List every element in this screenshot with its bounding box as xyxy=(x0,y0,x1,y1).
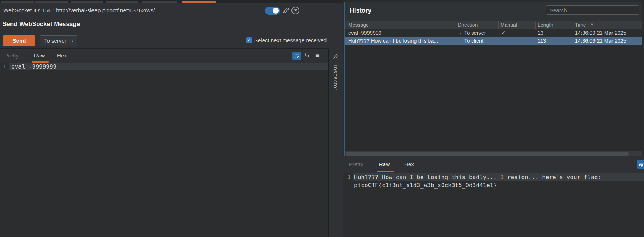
direction-arrow-icon: → xyxy=(457,29,462,37)
workspace-tab[interactable] xyxy=(106,1,138,3)
word-wrap-toggle-icon[interactable] xyxy=(292,52,301,60)
help-icon[interactable]: ? xyxy=(291,7,299,14)
word-wrap-toggle-icon[interactable] xyxy=(637,160,644,169)
select-next-message-checkbox[interactable]: ✓ xyxy=(246,37,252,43)
current-line-highlight xyxy=(9,63,328,70)
gutter-separator xyxy=(9,63,9,237)
message-line-1[interactable]: Huh???? How can I be losing this badly..… xyxy=(354,173,601,181)
horizontal-scrollbar[interactable] xyxy=(345,151,642,156)
chevron-down-icon: ∨ xyxy=(71,36,74,46)
cell-time: 14:36:09 21 Mar 2025 xyxy=(575,37,626,45)
column-separator[interactable] xyxy=(572,21,572,29)
request-editor[interactable]: 1 eval -9999999 xyxy=(0,63,328,237)
cell-length: 113 xyxy=(538,37,546,45)
tab-hex[interactable]: Hex xyxy=(404,156,414,172)
history-panel: History Message Direction Manual Length … xyxy=(343,0,644,237)
message-line-2-flag[interactable]: picoCTF{c1i3nt_s1d3_w3b_s0ck3t5_0d3d41e1… xyxy=(354,181,497,189)
column-header-length[interactable]: Length xyxy=(538,21,553,29)
history-row-1[interactable]: eval -9999999 → To server ✓ 13 14:36:09 … xyxy=(345,29,642,37)
send-websocket-message-heading: Send WebSocket Message xyxy=(3,21,80,28)
connection-toggle[interactable] xyxy=(265,7,280,15)
column-separator[interactable] xyxy=(535,21,536,29)
search-input[interactable] xyxy=(546,5,639,15)
cell-direction: To client xyxy=(464,37,483,45)
show-newlines-button[interactable]: \n xyxy=(305,49,309,63)
column-header-message[interactable]: Message xyxy=(348,21,369,29)
tab-raw[interactable]: Raw xyxy=(379,156,390,172)
scrollbar-thumb[interactable] xyxy=(346,152,629,156)
direction-dropdown-value: To server xyxy=(44,36,67,46)
workspace-tab[interactable] xyxy=(35,1,68,3)
editor-menu-icon[interactable]: ≡ xyxy=(315,49,320,62)
cell-time: 14:36:09 21 Mar 2025 xyxy=(575,29,626,37)
workspace-tab[interactable] xyxy=(71,1,103,3)
line-number: 1 xyxy=(343,173,351,181)
column-header-direction[interactable]: Direction xyxy=(458,21,478,29)
select-next-message-label[interactable]: Select next message received xyxy=(254,37,327,43)
active-tab-underline xyxy=(377,171,394,172)
gutter-separator xyxy=(353,173,353,237)
send-button[interactable]: Send xyxy=(3,35,35,46)
toggle-knob xyxy=(273,8,279,14)
cell-length: 13 xyxy=(538,29,543,37)
history-title: History xyxy=(350,7,371,14)
column-separator[interactable] xyxy=(455,21,455,29)
workspace-tab[interactable] xyxy=(1,1,34,3)
burp-websocket-repeater: WebSocket ID: 156 : http://verbal-sleep.… xyxy=(0,0,644,237)
tab-pretty[interactable]: Pretty xyxy=(4,49,18,63)
request-editor-tabbar: Pretty Raw Hex \n ≡ xyxy=(0,48,328,63)
inspector-icon xyxy=(332,53,340,61)
line-number: 1 xyxy=(0,63,6,70)
websocket-id-bar: WebSocket ID: 156 : http://verbal-sleep.… xyxy=(0,4,343,17)
workspace-tab-active[interactable] xyxy=(182,1,216,3)
column-separator[interactable] xyxy=(498,21,499,29)
cell-direction: To server xyxy=(464,29,486,37)
column-header-time[interactable]: Time xyxy=(575,21,586,29)
inspector-section-divider xyxy=(329,103,343,103)
history-table-header: Message Direction Manual Length Time ^ xyxy=(345,21,642,29)
tab-hex[interactable]: Hex xyxy=(57,49,67,63)
manual-check-icon: ✓ xyxy=(501,29,506,37)
inspector-collapsed-panel[interactable]: Inspector xyxy=(329,48,343,237)
message-viewer-tabbar: Pretty Raw Hex xyxy=(343,156,644,173)
direction-dropdown[interactable]: To server ∨ xyxy=(40,35,77,46)
inspector-label: Inspector xyxy=(333,65,339,91)
websocket-id-title: WebSocket ID: 156 : http://verbal-sleep.… xyxy=(3,4,155,17)
history-table-region: History Message Direction Manual Length … xyxy=(344,2,642,156)
tab-pretty[interactable]: Pretty xyxy=(349,156,363,172)
tab-raw[interactable]: Raw xyxy=(34,49,45,63)
column-header-manual[interactable]: Manual xyxy=(500,21,517,29)
request-editor-content[interactable]: eval -9999999 xyxy=(11,63,56,70)
cell-message: eval -9999999 xyxy=(348,29,381,37)
cell-message: Huh???? How can I be losing this ba... xyxy=(348,37,438,45)
message-viewer: Pretty Raw Hex 1 Huh???? How can I be lo… xyxy=(343,156,644,237)
history-row-2-selected[interactable]: Huh???? How can I be losing this ba... ←… xyxy=(345,37,642,45)
workspace-tab-strip xyxy=(0,0,343,3)
edit-pencil-icon[interactable] xyxy=(282,6,290,15)
workspace-tab[interactable] xyxy=(142,1,177,3)
direction-arrow-icon: ← xyxy=(457,37,462,45)
sort-indicator-icon: ^ xyxy=(591,21,593,29)
